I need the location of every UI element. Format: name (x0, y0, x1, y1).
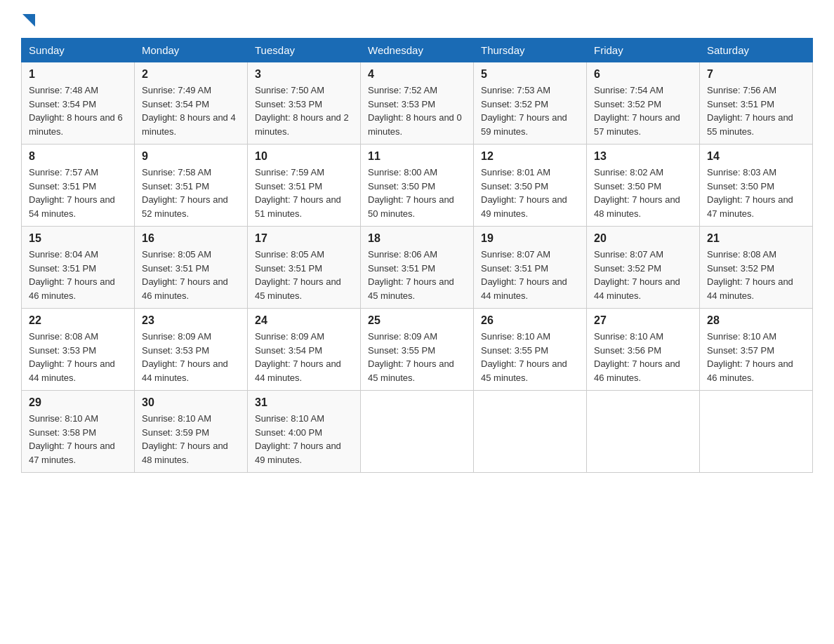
day-number: 18 (368, 232, 466, 245)
day-number: 23 (142, 314, 240, 327)
day-number: 21 (707, 232, 805, 245)
day-info: Sunrise: 8:06 AMSunset: 3:51 PMDaylight:… (368, 248, 466, 302)
calendar-cell: 30Sunrise: 8:10 AMSunset: 3:59 PMDayligh… (135, 391, 248, 473)
day-number: 9 (142, 150, 240, 163)
day-number: 5 (481, 68, 579, 81)
calendar-cell: 5Sunrise: 7:53 AMSunset: 3:52 PMDaylight… (474, 62, 587, 145)
day-info: Sunrise: 8:10 AMSunset: 4:00 PMDaylight:… (255, 412, 353, 467)
day-number: 25 (368, 314, 466, 327)
day-number: 31 (255, 396, 353, 409)
calendar-cell: 19Sunrise: 8:07 AMSunset: 3:51 PMDayligh… (474, 227, 587, 309)
day-info: Sunrise: 8:09 AMSunset: 3:55 PMDaylight:… (368, 330, 466, 384)
page-header (21, 14, 813, 25)
calendar-cell: 24Sunrise: 8:09 AMSunset: 3:54 PMDayligh… (248, 309, 361, 391)
day-number: 22 (29, 314, 127, 327)
day-number: 2 (142, 68, 240, 81)
day-number: 20 (594, 232, 692, 245)
day-number: 28 (707, 314, 805, 327)
day-info: Sunrise: 8:09 AMSunset: 3:53 PMDaylight:… (142, 330, 240, 384)
week-row-5: 29Sunrise: 8:10 AMSunset: 3:58 PMDayligh… (22, 391, 813, 473)
day-info: Sunrise: 7:54 AMSunset: 3:52 PMDaylight:… (594, 83, 692, 138)
calendar-cell: 23Sunrise: 8:09 AMSunset: 3:53 PMDayligh… (135, 309, 248, 391)
calendar-cell: 4Sunrise: 7:52 AMSunset: 3:53 PMDaylight… (361, 62, 474, 145)
calendar-cell: 18Sunrise: 8:06 AMSunset: 3:51 PMDayligh… (361, 227, 474, 309)
day-number: 4 (368, 68, 466, 81)
calendar-cell: 10Sunrise: 7:59 AMSunset: 3:51 PMDayligh… (248, 145, 361, 227)
day-number: 1 (29, 68, 127, 81)
day-number: 12 (481, 150, 579, 163)
calendar-cell: 31Sunrise: 8:10 AMSunset: 4:00 PMDayligh… (248, 391, 361, 473)
week-row-2: 8Sunrise: 7:57 AMSunset: 3:51 PMDaylight… (22, 145, 813, 227)
calendar-cell: 6Sunrise: 7:54 AMSunset: 3:52 PMDaylight… (587, 62, 700, 145)
calendar-cell (587, 391, 700, 473)
day-info: Sunrise: 7:50 AMSunset: 3:53 PMDaylight:… (255, 83, 353, 138)
day-number: 26 (481, 314, 579, 327)
day-info: Sunrise: 8:05 AMSunset: 3:51 PMDaylight:… (142, 248, 240, 302)
week-row-3: 15Sunrise: 8:04 AMSunset: 3:51 PMDayligh… (22, 227, 813, 309)
svg-marker-0 (22, 14, 35, 27)
day-info: Sunrise: 8:08 AMSunset: 3:52 PMDaylight:… (707, 248, 805, 302)
calendar-cell: 17Sunrise: 8:05 AMSunset: 3:51 PMDayligh… (248, 227, 361, 309)
day-info: Sunrise: 8:00 AMSunset: 3:50 PMDaylight:… (368, 166, 466, 220)
day-info: Sunrise: 8:08 AMSunset: 3:53 PMDaylight:… (29, 330, 127, 384)
calendar-cell: 12Sunrise: 8:01 AMSunset: 3:50 PMDayligh… (474, 145, 587, 227)
day-info: Sunrise: 8:10 AMSunset: 3:57 PMDaylight:… (707, 330, 805, 384)
day-number: 19 (481, 232, 579, 245)
calendar-cell: 16Sunrise: 8:05 AMSunset: 3:51 PMDayligh… (135, 227, 248, 309)
day-number: 10 (255, 150, 353, 163)
day-info: Sunrise: 7:49 AMSunset: 3:54 PMDaylight:… (142, 83, 240, 138)
calendar-cell: 28Sunrise: 8:10 AMSunset: 3:57 PMDayligh… (700, 309, 813, 391)
calendar-cell: 26Sunrise: 8:10 AMSunset: 3:55 PMDayligh… (474, 309, 587, 391)
day-info: Sunrise: 8:10 AMSunset: 3:55 PMDaylight:… (481, 330, 579, 384)
calendar-cell: 13Sunrise: 8:02 AMSunset: 3:50 PMDayligh… (587, 145, 700, 227)
calendar-cell: 20Sunrise: 8:07 AMSunset: 3:52 PMDayligh… (587, 227, 700, 309)
day-number: 11 (368, 150, 466, 163)
logo (21, 14, 36, 25)
day-info: Sunrise: 7:58 AMSunset: 3:51 PMDaylight:… (142, 166, 240, 220)
day-info: Sunrise: 8:02 AMSunset: 3:50 PMDaylight:… (594, 166, 692, 220)
day-info: Sunrise: 7:53 AMSunset: 3:52 PMDaylight:… (481, 83, 579, 138)
day-info: Sunrise: 7:56 AMSunset: 3:51 PMDaylight:… (707, 83, 805, 138)
calendar-cell: 22Sunrise: 8:08 AMSunset: 3:53 PMDayligh… (22, 309, 135, 391)
calendar-cell: 2Sunrise: 7:49 AMSunset: 3:54 PMDaylight… (135, 62, 248, 145)
day-number: 15 (29, 232, 127, 245)
day-number: 30 (142, 396, 240, 409)
day-info: Sunrise: 8:04 AMSunset: 3:51 PMDaylight:… (29, 248, 127, 302)
calendar-cell: 27Sunrise: 8:10 AMSunset: 3:56 PMDayligh… (587, 309, 700, 391)
day-number: 14 (707, 150, 805, 163)
day-number: 7 (707, 68, 805, 81)
day-info: Sunrise: 8:09 AMSunset: 3:54 PMDaylight:… (255, 330, 353, 384)
calendar-table: SundayMondayTuesdayWednesdayThursdayFrid… (21, 38, 813, 473)
day-number: 24 (255, 314, 353, 327)
logo-triangle-icon (22, 14, 35, 27)
day-info: Sunrise: 8:03 AMSunset: 3:50 PMDaylight:… (707, 166, 805, 220)
day-info: Sunrise: 7:57 AMSunset: 3:51 PMDaylight:… (29, 166, 127, 220)
day-info: Sunrise: 7:48 AMSunset: 3:54 PMDaylight:… (29, 83, 127, 138)
calendar-cell: 8Sunrise: 7:57 AMSunset: 3:51 PMDaylight… (22, 145, 135, 227)
calendar-cell: 21Sunrise: 8:08 AMSunset: 3:52 PMDayligh… (700, 227, 813, 309)
header-tuesday: Tuesday (248, 39, 361, 62)
calendar-cell (474, 391, 587, 473)
calendar-cell: 11Sunrise: 8:00 AMSunset: 3:50 PMDayligh… (361, 145, 474, 227)
day-info: Sunrise: 8:10 AMSunset: 3:59 PMDaylight:… (142, 412, 240, 467)
day-number: 27 (594, 314, 692, 327)
calendar-cell: 25Sunrise: 8:09 AMSunset: 3:55 PMDayligh… (361, 309, 474, 391)
day-number: 6 (594, 68, 692, 81)
day-info: Sunrise: 8:05 AMSunset: 3:51 PMDaylight:… (255, 248, 353, 302)
day-info: Sunrise: 7:59 AMSunset: 3:51 PMDaylight:… (255, 166, 353, 220)
day-number: 8 (29, 150, 127, 163)
calendar-cell: 1Sunrise: 7:48 AMSunset: 3:54 PMDaylight… (22, 62, 135, 145)
calendar-cell: 9Sunrise: 7:58 AMSunset: 3:51 PMDaylight… (135, 145, 248, 227)
day-info: Sunrise: 7:52 AMSunset: 3:53 PMDaylight:… (368, 83, 466, 138)
calendar-cell: 29Sunrise: 8:10 AMSunset: 3:58 PMDayligh… (22, 391, 135, 473)
calendar-cell (700, 391, 813, 473)
calendar-cell: 3Sunrise: 7:50 AMSunset: 3:53 PMDaylight… (248, 62, 361, 145)
day-number: 29 (29, 396, 127, 409)
week-row-1: 1Sunrise: 7:48 AMSunset: 3:54 PMDaylight… (22, 62, 813, 145)
day-number: 17 (255, 232, 353, 245)
day-number: 3 (255, 68, 353, 81)
calendar-cell (361, 391, 474, 473)
day-info: Sunrise: 8:01 AMSunset: 3:50 PMDaylight:… (481, 166, 579, 220)
header-thursday: Thursday (474, 39, 587, 62)
calendar-header-row: SundayMondayTuesdayWednesdayThursdayFrid… (22, 39, 813, 62)
